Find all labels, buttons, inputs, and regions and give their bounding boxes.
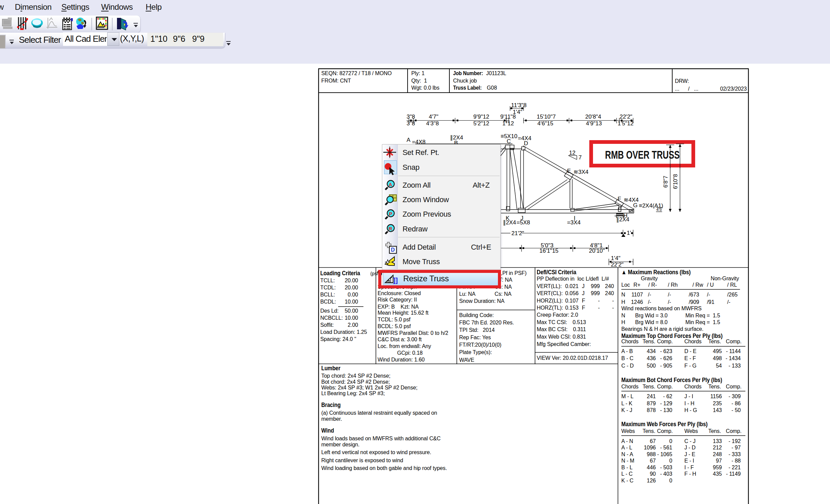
svg-text:3"8: 3"8 xyxy=(407,120,415,127)
svg-text:20'10": 20'10" xyxy=(589,248,605,254)
svg-text:3"8: 3"8 xyxy=(407,114,415,120)
svg-text:9'9"12: 9'9"12 xyxy=(473,114,489,120)
svg-text:∥2X4: ∥2X4 xyxy=(503,219,516,226)
svg-text:6'8"7: 6'8"7 xyxy=(663,176,669,188)
svg-text:1': 1' xyxy=(627,230,631,236)
svg-text:15'10"7: 15'10"7 xyxy=(537,114,556,120)
svg-text:1"12: 1"12 xyxy=(502,120,514,127)
svg-text:D: D xyxy=(524,140,528,147)
svg-text:1'5"12: 1'5"12 xyxy=(618,120,633,127)
svg-text:=3X4: =3X4 xyxy=(567,219,581,226)
svg-text:4'9"13: 4'9"13 xyxy=(586,120,602,127)
svg-text:4'6"15: 4'6"15 xyxy=(537,120,553,127)
svg-text:5'2"12: 5'2"12 xyxy=(473,120,489,127)
svg-text:21'2": 21'2" xyxy=(511,230,524,237)
svg-text:6'10"8: 6'10"8 xyxy=(673,174,678,189)
svg-text:11'3"8: 11'3"8 xyxy=(511,102,527,108)
svg-text:∥2X4: ∥2X4 xyxy=(616,216,629,223)
svg-text:9'11"8: 9'11"8 xyxy=(500,114,516,120)
svg-text:4'5: 4'5 xyxy=(656,207,662,212)
svg-text:A: A xyxy=(389,182,392,187)
svg-text:G: G xyxy=(633,202,638,209)
svg-text:A: A xyxy=(407,137,411,143)
svg-text:1'4": 1'4" xyxy=(611,255,620,261)
svg-text:12: 12 xyxy=(569,150,575,156)
svg-text:20'8"4: 20'8"4 xyxy=(585,114,601,120)
svg-text:4'7": 4'7" xyxy=(429,114,438,120)
svg-text:R: R xyxy=(389,226,392,231)
svg-text:F: F xyxy=(618,196,621,202)
svg-text:22'2": 22'2" xyxy=(611,261,624,268)
svg-text:7: 7 xyxy=(579,154,582,161)
svg-text:16'1"15: 16'1"15 xyxy=(539,248,559,254)
svg-text:≋3X4: ≋3X4 xyxy=(573,169,589,175)
svg-text:P: P xyxy=(389,211,392,217)
svg-text:C: C xyxy=(507,138,511,145)
svg-text:=5X8: =5X8 xyxy=(516,219,530,226)
svg-text:D: D xyxy=(391,247,395,253)
svg-text:4'3"8: 4'3"8 xyxy=(426,120,439,127)
svg-text:E: E xyxy=(567,168,571,174)
svg-text:22'2": 22'2" xyxy=(620,114,632,120)
